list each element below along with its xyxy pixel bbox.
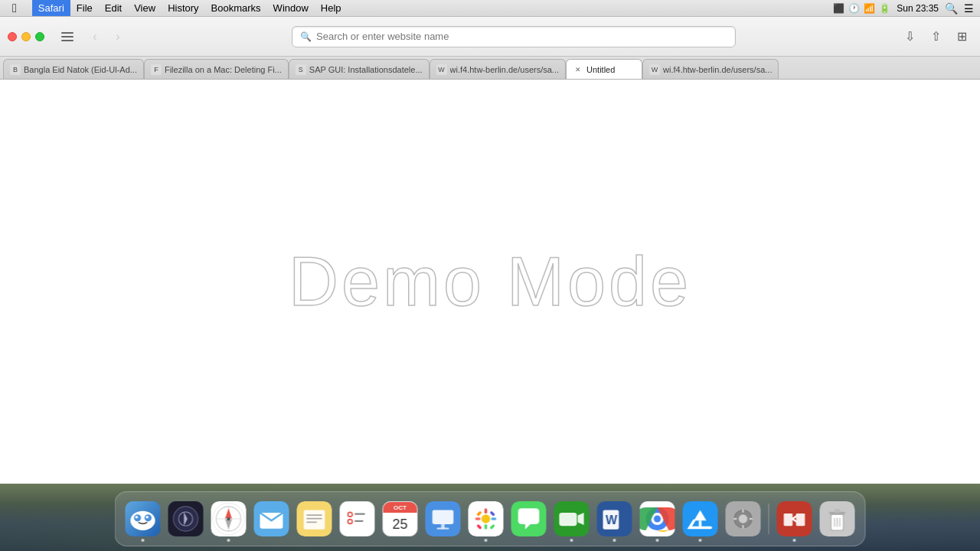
menubar-bookmarks[interactable]: Bookmarks [205, 0, 267, 16]
svg-rect-65 [742, 525, 743, 529]
menubar-edit[interactable]: Edit [99, 0, 128, 16]
svg-rect-2 [61, 40, 74, 41]
dock-safari[interactable] [209, 499, 249, 539]
svg-rect-27 [306, 521, 317, 523]
svg-point-20 [227, 517, 230, 521]
dock-appstore-dot [699, 539, 702, 542]
dock-chrome-dot [656, 539, 659, 542]
svg-rect-41 [475, 517, 481, 520]
tab-label-4: Untitled [586, 65, 635, 74]
svg-rect-64 [742, 509, 743, 513]
svg-rect-1 [61, 36, 74, 37]
tab-4-active[interactable]: ✕ Untitled [566, 59, 642, 79]
tab-label-2: SAP GUI: Installationsdatele... [309, 65, 423, 74]
tab-favicon-5: W [649, 64, 660, 75]
menubar-safari[interactable]: Safari [32, 0, 70, 16]
dock-filezilla-dot [793, 539, 796, 542]
address-bar[interactable]: 🔍 [292, 26, 736, 47]
tab-5[interactable]: W wi.f4.htw-berlin.de/users/sa... [642, 59, 779, 79]
svg-point-8 [146, 516, 149, 518]
menubar-window[interactable]: Window [267, 0, 315, 16]
svg-point-63 [739, 514, 748, 523]
svg-point-38 [482, 514, 491, 523]
share-button[interactable]: ⇧ [925, 26, 946, 47]
svg-point-7 [136, 516, 138, 518]
safari-toolbar: ‹ › 🔍 ⇩ ⇧ ⊞ [0, 17, 980, 57]
svg-rect-42 [491, 517, 496, 520]
menubar-time: Sun 23:35 [897, 3, 939, 14]
dock-facetime[interactable] [552, 499, 592, 539]
dock-launchpad[interactable] [166, 499, 206, 539]
dock-reminders[interactable] [338, 499, 377, 539]
dock-photos-dot [485, 539, 488, 542]
tab-favicon-3: W [436, 64, 447, 75]
menubar-history[interactable]: History [162, 0, 204, 16]
address-bar-container: 🔍 [135, 26, 893, 47]
tab-label-3: wi.f4.htw-berlin.de/users/sa... [450, 65, 559, 74]
wifi-icon: 📶 [864, 3, 875, 14]
tab-label-1: Filezilla on a Mac: Deleting Fi... [165, 65, 282, 74]
dock-notes[interactable] [295, 499, 335, 539]
apple-menu[interactable]:  [6, 0, 23, 16]
tab-3[interactable]: W wi.f4.htw-berlin.de/users/sa... [430, 59, 566, 79]
address-search-icon: 🔍 [300, 31, 312, 42]
dock-word[interactable]: W [595, 499, 635, 539]
dock-system-prefs[interactable] [724, 499, 763, 539]
dock-filezilla[interactable] [775, 499, 815, 539]
tab-favicon-0: B [10, 64, 21, 75]
tab-favicon-1: F [151, 64, 162, 75]
back-button[interactable]: ‹ [84, 26, 106, 47]
svg-rect-68 [777, 501, 812, 536]
svg-rect-70 [796, 514, 805, 526]
tab-label-0: Bangla Eid Natok (Eid-Ul-Ad... [24, 65, 137, 74]
svg-point-4 [130, 511, 155, 530]
svg-rect-0 [61, 32, 74, 34]
minimize-button[interactable] [21, 32, 31, 41]
dock-chrome[interactable] [638, 499, 678, 539]
dock-photos[interactable] [466, 499, 506, 539]
tab-2[interactable]: S SAP GUI: Installationsdatele... [289, 59, 430, 79]
menubar-file[interactable]: File [70, 0, 99, 16]
svg-rect-74 [835, 509, 840, 513]
dock-appstore[interactable] [681, 499, 720, 539]
dock-messages[interactable] [509, 499, 549, 539]
close-button[interactable] [8, 32, 17, 41]
svg-rect-36 [436, 528, 449, 530]
dock-trash[interactable] [818, 499, 858, 539]
dock: OCT 25 [115, 491, 866, 546]
tab-close-4[interactable]: ✕ [573, 64, 583, 75]
tab-label-5: wi.f4.htw-berlin.de/users/sa... [663, 65, 772, 74]
tab-bar: B Bangla Eid Natok (Eid-Ul-Ad... F Filez… [0, 57, 980, 80]
calendar-date: 25 [392, 513, 407, 536]
svg-text:W: W [606, 513, 618, 527]
dock-calendar[interactable]: OCT 25 [381, 499, 420, 539]
dock-mail[interactable] [252, 499, 292, 539]
tab-0[interactable]: B Bangla Eid Natok (Eid-Ul-Ad... [3, 59, 144, 79]
forward-button[interactable]: › [107, 26, 129, 47]
dock-background: OCT 25 [0, 484, 980, 551]
menubar-view[interactable]: View [128, 0, 162, 16]
dock-separator [769, 504, 769, 534]
svg-rect-24 [304, 510, 325, 530]
sidebar-toggle-button[interactable] [57, 26, 78, 47]
address-input[interactable] [316, 31, 727, 42]
svg-rect-67 [750, 518, 753, 520]
dock-finder-dot [142, 539, 145, 542]
svg-rect-25 [306, 514, 322, 516]
demo-mode-heading: Demo Mode [289, 243, 691, 321]
new-tab-button[interactable]: ⊞ [951, 26, 972, 47]
list-icon[interactable]: ☰ [964, 2, 974, 15]
maximize-button[interactable] [35, 32, 44, 41]
dock-keynote[interactable] [423, 499, 463, 539]
toolbar-right-buttons: ⇩ ⇧ ⊞ [899, 26, 972, 47]
battery-icon: 🔋 [879, 3, 890, 14]
dock-finder[interactable] [123, 499, 163, 539]
menubar-icons: ⬛ 🕐 📶 🔋 [833, 3, 890, 14]
search-menubar-icon[interactable]: 🔍 [945, 2, 958, 15]
tab-1[interactable]: F Filezilla on a Mac: Deleting Fi... [144, 59, 289, 79]
download-button[interactable]: ⇩ [899, 26, 920, 47]
dock-word-dot [613, 539, 616, 542]
clock-icon: 🕐 [848, 3, 860, 14]
calendar-month: OCT [384, 502, 417, 513]
menubar-help[interactable]: Help [315, 0, 348, 16]
